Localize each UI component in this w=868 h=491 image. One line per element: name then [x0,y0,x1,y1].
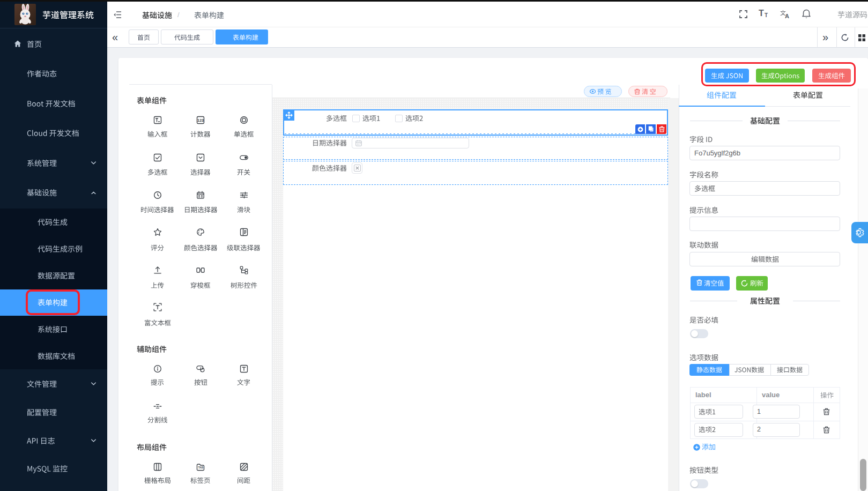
svg-text:123: 123 [197,117,204,122]
svg-text:TAB: TAB [198,466,204,469]
